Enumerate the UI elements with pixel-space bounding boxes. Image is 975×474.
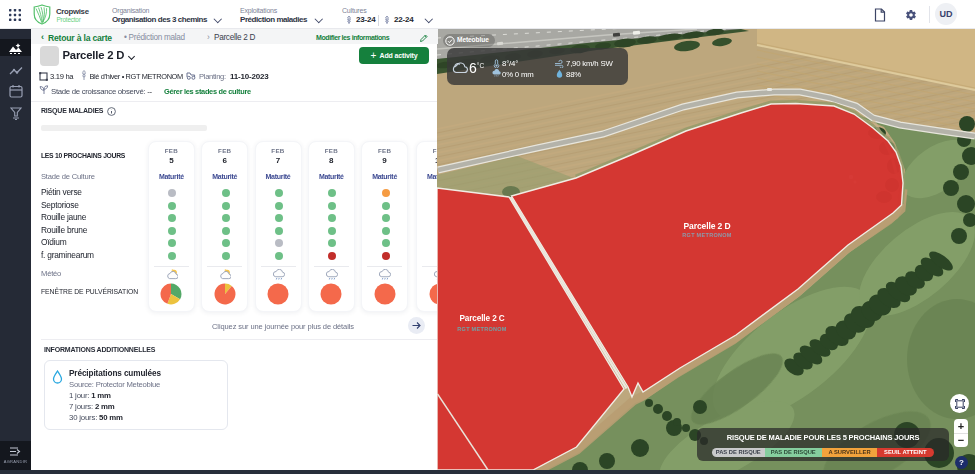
svg-text:Parcelle 2 D: Parcelle 2 D (684, 221, 731, 231)
svg-text:RGT METRONOM: RGT METRONOM (457, 326, 507, 332)
svg-text:RGT METRONOM: RGT METRONOM (682, 232, 732, 238)
svg-text:Parcelle 2 C: Parcelle 2 C (459, 314, 504, 323)
